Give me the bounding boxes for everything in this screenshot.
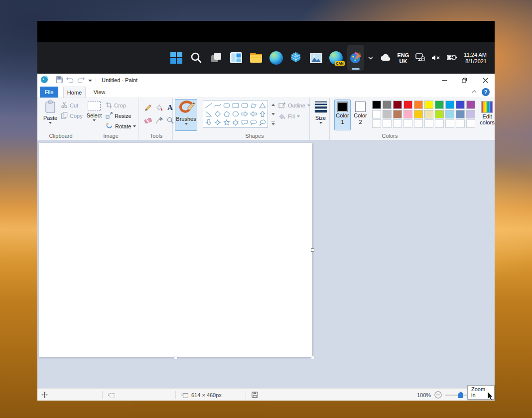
paste-dropdown-caret[interactable] [49,122,52,124]
palette-empty-slot[interactable] [445,119,454,128]
shapes-scroll-down-icon[interactable] [270,109,276,118]
palette-empty-slot[interactable] [403,119,412,128]
shapes-more-icon[interactable] [270,119,276,128]
palette-empty-slot[interactable] [383,119,392,128]
palette-swatch[interactable] [445,110,454,118]
color-picker-tool-button[interactable] [154,115,164,126]
shape-left-arrow-button[interactable] [249,110,258,118]
palette-swatch[interactable] [435,101,444,109]
network-icon[interactable] [415,53,425,63]
palette-swatch[interactable] [372,101,381,109]
file-explorer-taskbar-icon[interactable] [248,45,265,71]
paint-taskbar-icon[interactable] [347,45,364,71]
minimize-button[interactable] [436,74,453,87]
resize-handle-right[interactable] [311,248,314,252]
text-tool-button[interactable]: A [165,102,175,113]
resize-button[interactable]: Resize [106,111,132,120]
palette-swatch[interactable] [372,110,381,118]
zoom-slider-thumb[interactable] [458,392,463,398]
palette-swatch[interactable] [414,101,423,109]
fill-dropdown-caret[interactable] [297,115,300,117]
rotate-dropdown-caret[interactable] [133,125,136,127]
undo-button[interactable] [66,76,74,84]
shape-five-point-star-button[interactable] [222,118,231,126]
palette-swatch[interactable] [393,101,402,109]
palette-swatch[interactable] [456,101,465,109]
shape-four-point-star-button[interactable] [213,118,222,126]
close-button[interactable] [477,74,494,87]
widgets-taskbar-icon[interactable] [228,45,245,71]
save-button[interactable] [56,76,63,84]
tab-file[interactable]: File [40,87,58,98]
resize-handle-bottom[interactable] [174,356,177,359]
palette-empty-slot[interactable] [456,119,465,128]
shape-triangle-button[interactable] [258,102,266,109]
palette-empty-slot[interactable] [414,119,423,128]
shape-down-arrow-button[interactable] [204,118,213,126]
eraser-tool-button[interactable] [143,115,153,126]
brushes-dropdown-caret[interactable] [185,123,188,125]
palette-swatch[interactable] [424,101,433,109]
clock[interactable]: 11:24 AM8/1/2021 [464,52,487,65]
size-dropdown-caret[interactable] [319,122,322,124]
copy-button[interactable]: Copy [61,111,83,120]
palette-swatch[interactable] [383,101,392,109]
shape-hexagon-button[interactable] [231,110,240,118]
hidden-icons-chevron-icon[interactable] [368,55,374,62]
shape-pentagon-button[interactable] [222,110,231,118]
brushes-button[interactable]: Brushes [175,99,197,131]
zoom-slider-track[interactable] [445,395,468,396]
palette-swatch[interactable] [414,110,423,118]
onedrive-cloud-icon[interactable] [380,54,391,62]
drawing-canvas[interactable] [39,143,312,357]
fill-tool-button[interactable] [154,102,164,113]
shape-cloud-callout-button[interactable] [258,118,266,126]
shape-line-button[interactable] [204,102,213,109]
palette-empty-slot[interactable] [466,119,475,128]
outline-dropdown-caret[interactable] [307,104,310,106]
color1-button[interactable]: Color 1 [334,100,351,130]
select-button[interactable]: Select [85,100,103,129]
size-button[interactable]: Size [312,100,329,129]
customize-toolbar-chevron-icon[interactable] [88,77,92,83]
palette-swatch[interactable] [383,110,392,118]
shape-rounded-callout-button[interactable] [240,118,249,126]
palette-empty-slot[interactable] [393,119,402,128]
search-taskbar-icon[interactable] [188,45,205,71]
palette-empty-slot[interactable] [435,119,444,128]
shape-up-arrow-button[interactable] [258,110,266,118]
edge-taskbar-icon[interactable] [267,45,284,71]
shape-diamond-button[interactable] [213,110,222,118]
shapes-scroll-up-icon[interactable] [270,100,276,109]
tab-home[interactable]: Home [63,87,86,98]
outline-button[interactable]: Outline [278,101,310,110]
paste-button[interactable]: Paste [42,100,59,129]
start-taskbar-icon[interactable] [168,45,185,71]
tab-view[interactable]: View [88,87,111,98]
shape-rectangle-button[interactable] [231,102,240,109]
shape-rounded-rectangle-button[interactable] [240,102,249,109]
zoom-out-button[interactable] [434,389,442,401]
photos-taskbar-icon[interactable] [307,45,324,71]
shape-polygon-button[interactable] [249,102,258,109]
language-indicator[interactable]: ENGUK [397,52,409,64]
edge-canary-taskbar-icon[interactable]: CAN [327,45,344,71]
palette-swatch[interactable] [403,110,412,118]
shape-six-point-star-button[interactable] [231,118,240,126]
volume-muted-icon[interactable] [431,54,440,62]
palette-swatch[interactable] [456,110,465,118]
edit-colors-button[interactable]: Edit colors [476,100,499,130]
palette-empty-slot[interactable] [372,119,381,128]
shape-oval-callout-button[interactable] [249,118,258,126]
battery-icon[interactable] [447,54,457,62]
shape-curve-button[interactable] [213,102,222,109]
palette-swatch[interactable] [466,110,475,118]
palette-empty-slot[interactable] [424,119,433,128]
help-button[interactable]: ? [482,88,490,96]
resize-handle-corner[interactable] [311,356,314,359]
shape-right-arrow-button[interactable] [240,110,249,118]
shape-ellipse-button[interactable] [222,102,231,109]
palette-swatch[interactable] [403,101,412,109]
shape-right-triangle-button[interactable] [204,110,213,118]
palette-swatch[interactable] [424,110,433,118]
